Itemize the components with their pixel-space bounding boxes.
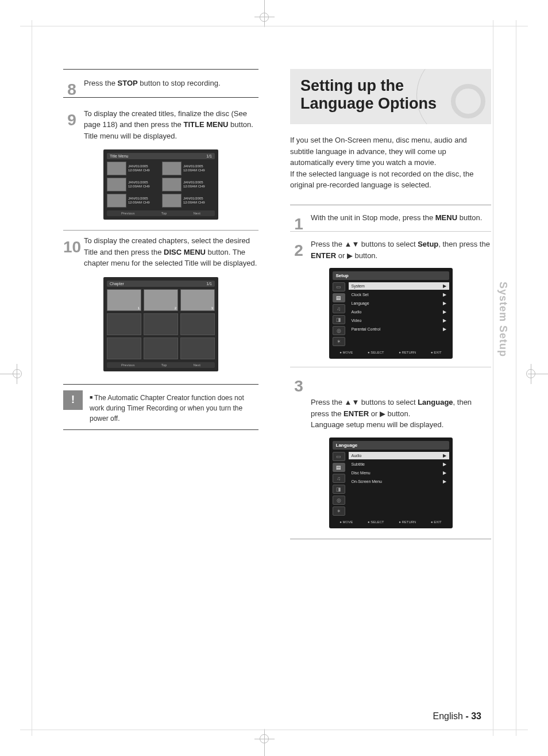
library-icon: ▭ [333,282,345,291]
step-9: 9 To display the created titles, finaliz… [63,108,258,220]
guide-line [20,26,528,26]
title-cell: JAN/01/200512:00AM CH9 [162,194,215,208]
chapter-cell: 3 [180,289,215,311]
step-text: Press the ▲▼ buttons to select Language,… [311,398,472,429]
thumbnail [162,194,182,208]
crop-mark [13,369,22,378]
step-number: 8 [63,78,80,102]
crop-mark [17,364,17,384]
osd-row: Language▶ [349,300,449,307]
thumbnail [107,178,126,191]
osd-list: Audio▶ Subtitle▶ Disc Menu▶ On-Screen Me… [349,452,449,516]
step-text: Press the ▲▼ buttons to select Setup, th… [311,240,490,260]
heading-title: Setting up the Language Options [300,77,481,113]
crop-mark [264,7,265,27]
page-language: English [433,711,462,721]
page-number: - 33 [465,711,481,721]
music-icon: ♫ [333,474,345,483]
separator [63,230,258,231]
step-number: 9 [63,108,80,132]
chapter-cell-empty [107,313,141,335]
osd-list: System▶ Clock Set▶ Language▶ Audio▶ Vide… [349,282,449,346]
step-text: To display the created titles, finalize … [84,109,253,140]
osd-legend: MOVESELECTRETURNEXIT [333,350,449,355]
section-heading: Setting up the Language Options [290,69,491,124]
osd-legend: PreviousTopNext [107,362,215,368]
library-icon: ▭ [333,452,345,461]
osd-page-indicator: 1/1 [206,282,212,286]
guide-line [516,20,516,736]
osd-row: Disc Menu▶ [349,469,449,477]
chapter-menu-screenshot: Chapter 1/1 1 2 3 PreviousTopNext [103,277,218,371]
chapter-cell-empty [144,337,178,359]
step-number: 10 [63,235,80,259]
osd-title: Setup [336,273,349,278]
chapter-cell-empty [107,337,141,359]
note-box: ! The Automatic Chapter Creator function… [63,384,258,430]
chapter-cell: 1 [107,289,141,311]
osd-legend: PreviousTopNext [107,210,215,216]
disc-icon: ◎ [333,326,345,335]
title-cell: JAN/01/200512:00AM CH9 [162,178,215,191]
guide-line [20,730,528,730]
photo-icon: ◨ [333,315,345,324]
title-cell: JAN/01/200512:00AM CH9 [107,162,160,175]
thumbnail [162,162,182,175]
osd-row: System▶ [349,282,449,290]
step-number: 2 [290,239,307,263]
step-number: 1 [290,212,307,236]
step-1: 1 With the unit in Stop mode, press the … [290,205,491,224]
thumbnail [107,194,126,208]
step-3: 3 Press the ▲▼ buttons to select Languag… [290,367,491,528]
chapter-cell-empty [144,313,178,335]
title-cell: JAN/01/200512:00AM CH9 [107,178,160,191]
step-8: 8 Press the STOP button to stop recordin… [63,69,258,98]
guide-line [32,20,32,736]
thumbnail [107,162,126,175]
osd-legend: MOVESELECTRETURNEXIT [333,519,449,525]
osd-language-screenshot: Language ▭ ▤ ♫ ◨ ◎ ✶ Audio▶ Subtitle▶ Di… [329,438,453,528]
osd-row: Audio▶ [349,452,449,459]
osd-row: On-Screen Menu▶ [349,478,449,485]
crop-mark [264,729,265,749]
osd-icon-column: ▭ ▤ ♫ ◨ ◎ ✶ [333,282,346,346]
programme-icon: ▤ [333,293,345,302]
title-cell: JAN/01/200512:00AM CH9 [107,194,160,208]
note-icon: ! [63,390,83,410]
step-text: Press the STOP button to stop recording. [84,79,221,87]
step-text: To display the created chapters, select … [84,236,257,267]
step-2: 2 Press the ▲▼ buttons to select Setup, … [290,231,491,359]
crop-mark [531,364,531,384]
page-footer: English - 33 [433,711,485,722]
title-cell: JAN/01/200512:00AM CH9 [162,162,215,175]
guide-line [493,20,493,736]
setup-icon: ✶ [333,506,345,516]
osd-row: Parental Control▶ [349,325,449,333]
step-number: 3 [290,374,307,398]
chapter-cell: 2 [144,289,178,311]
separator [290,539,491,539]
disc-icon: ◎ [333,496,345,505]
left-column: 8 Press the STOP button to stop recordin… [63,69,258,713]
setup-icon: ✶ [333,337,345,346]
osd-page-indicator: 1/1 [206,154,212,158]
osd-title: Title Menu [110,154,128,158]
right-column: Setting up the Language Options If you s… [290,69,491,713]
thumbnail [162,178,182,191]
osd-setup-screenshot: Setup ▭ ▤ ♫ ◨ ◎ ✶ System▶ Clock Set▶ Lan… [329,268,453,359]
osd-row: Video▶ [349,317,449,324]
osd-title: Language [336,443,358,448]
osd-icon-column: ▭ ▤ ♫ ◨ ◎ ✶ [333,452,346,516]
osd-row: Clock Set▶ [349,291,449,298]
step-text: With the unit in Stop mode, press the ME… [311,213,482,222]
note-text: The Automatic Chapter Creator function d… [90,390,258,424]
photo-icon: ◨ [333,485,345,494]
intro-text: If you set the On-Screen menu, disc menu… [290,135,491,191]
chapter-cell-empty [180,337,215,359]
title-grid-rows: JAN/01/200512:00AM CH9 JAN/01/200512:00A… [107,162,215,208]
programme-icon: ▤ [333,463,345,472]
osd-row: Audio▶ [349,308,449,316]
page-content: 8 Press the STOP button to stop recordin… [63,69,491,713]
step-10: 10 To display the created chapters, sele… [63,235,258,371]
osd-row: Subtitle▶ [349,460,449,468]
